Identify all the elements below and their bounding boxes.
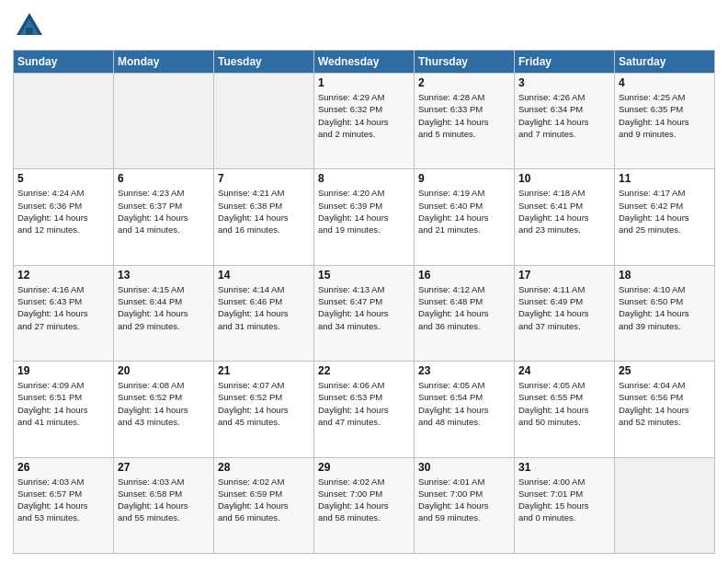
day-cell: 26Sunrise: 4:03 AM Sunset: 6:57 PM Dayli… <box>14 457 114 553</box>
cell-info: Sunrise: 4:02 AM Sunset: 6:59 PM Dayligh… <box>218 476 310 524</box>
day-number: 26 <box>17 461 109 474</box>
cell-info: Sunrise: 4:23 AM Sunset: 6:37 PM Dayligh… <box>118 187 210 236</box>
cell-info: Sunrise: 4:19 AM Sunset: 6:40 PM Dayligh… <box>418 187 510 236</box>
day-cell: 4Sunrise: 4:25 AM Sunset: 6:35 PM Daylig… <box>615 74 715 169</box>
day-cell: 21Sunrise: 4:07 AM Sunset: 6:52 PM Dayli… <box>214 362 314 457</box>
cell-info: Sunrise: 4:04 AM Sunset: 6:56 PM Dayligh… <box>619 379 711 428</box>
cell-info: Sunrise: 4:05 AM Sunset: 6:54 PM Dayligh… <box>418 379 510 428</box>
cell-info: Sunrise: 4:05 AM Sunset: 6:55 PM Dayligh… <box>518 379 610 428</box>
day-cell: 24Sunrise: 4:05 AM Sunset: 6:55 PM Dayli… <box>515 362 615 457</box>
header-cell-saturday: Saturday <box>615 51 715 74</box>
header-row: SundayMondayTuesdayWednesdayThursdayFrid… <box>14 51 715 74</box>
cell-info: Sunrise: 4:26 AM Sunset: 6:34 PM Dayligh… <box>518 91 610 140</box>
day-number: 2 <box>418 76 510 89</box>
week-row-1: 1Sunrise: 4:29 AM Sunset: 6:32 PM Daylig… <box>14 74 715 169</box>
day-number: 9 <box>418 172 510 185</box>
cell-info: Sunrise: 4:15 AM Sunset: 6:44 PM Dayligh… <box>118 283 210 332</box>
day-cell <box>615 457 715 553</box>
day-cell: 17Sunrise: 4:11 AM Sunset: 6:49 PM Dayli… <box>515 265 615 361</box>
cell-info: Sunrise: 4:03 AM Sunset: 6:58 PM Dayligh… <box>118 476 210 524</box>
day-number: 25 <box>619 364 711 377</box>
day-number: 29 <box>318 461 410 474</box>
day-cell: 6Sunrise: 4:23 AM Sunset: 6:37 PM Daylig… <box>114 169 214 265</box>
cell-info: Sunrise: 4:20 AM Sunset: 6:39 PM Dayligh… <box>318 187 410 236</box>
day-number: 23 <box>418 364 510 377</box>
day-cell: 9Sunrise: 4:19 AM Sunset: 6:40 PM Daylig… <box>415 169 515 265</box>
day-number: 13 <box>118 269 210 282</box>
day-number: 17 <box>518 269 610 282</box>
day-cell: 23Sunrise: 4:05 AM Sunset: 6:54 PM Dayli… <box>415 362 515 457</box>
header-cell-tuesday: Tuesday <box>214 51 314 74</box>
cell-info: Sunrise: 4:09 AM Sunset: 6:51 PM Dayligh… <box>17 379 109 428</box>
cell-info: Sunrise: 4:25 AM Sunset: 6:35 PM Dayligh… <box>619 91 711 140</box>
header-cell-sunday: Sunday <box>14 51 114 74</box>
day-number: 5 <box>17 172 109 185</box>
svg-rect-2 <box>26 28 33 35</box>
day-cell: 5Sunrise: 4:24 AM Sunset: 6:36 PM Daylig… <box>14 169 114 265</box>
day-cell: 11Sunrise: 4:17 AM Sunset: 6:42 PM Dayli… <box>615 169 715 265</box>
week-row-4: 19Sunrise: 4:09 AM Sunset: 6:51 PM Dayli… <box>14 362 715 457</box>
day-number: 8 <box>318 172 410 185</box>
day-cell: 7Sunrise: 4:21 AM Sunset: 6:38 PM Daylig… <box>214 169 314 265</box>
page: SundayMondayTuesdayWednesdayThursdayFrid… <box>0 0 728 563</box>
day-cell: 13Sunrise: 4:15 AM Sunset: 6:44 PM Dayli… <box>114 265 214 361</box>
week-row-5: 26Sunrise: 4:03 AM Sunset: 6:57 PM Dayli… <box>14 457 715 553</box>
day-number: 4 <box>619 76 711 89</box>
day-cell: 27Sunrise: 4:03 AM Sunset: 6:58 PM Dayli… <box>114 457 214 553</box>
day-cell <box>214 74 314 169</box>
day-cell: 3Sunrise: 4:26 AM Sunset: 6:34 PM Daylig… <box>515 74 615 169</box>
day-cell: 22Sunrise: 4:06 AM Sunset: 6:53 PM Dayli… <box>314 362 415 457</box>
day-cell: 14Sunrise: 4:14 AM Sunset: 6:46 PM Dayli… <box>214 265 314 361</box>
calendar-table: SundayMondayTuesdayWednesdayThursdayFrid… <box>13 50 715 554</box>
cell-info: Sunrise: 4:06 AM Sunset: 6:53 PM Dayligh… <box>318 379 410 428</box>
day-cell: 8Sunrise: 4:20 AM Sunset: 6:39 PM Daylig… <box>314 169 415 265</box>
header <box>13 9 715 42</box>
logo <box>13 9 50 42</box>
day-number: 10 <box>518 172 610 185</box>
cell-info: Sunrise: 4:21 AM Sunset: 6:38 PM Dayligh… <box>218 187 310 236</box>
day-cell: 19Sunrise: 4:09 AM Sunset: 6:51 PM Dayli… <box>14 362 114 457</box>
day-cell: 30Sunrise: 4:01 AM Sunset: 7:00 PM Dayli… <box>415 457 515 553</box>
day-cell <box>14 74 114 169</box>
day-cell: 31Sunrise: 4:00 AM Sunset: 7:01 PM Dayli… <box>515 457 615 553</box>
week-row-2: 5Sunrise: 4:24 AM Sunset: 6:36 PM Daylig… <box>14 169 715 265</box>
day-number: 11 <box>619 172 711 185</box>
cell-info: Sunrise: 4:24 AM Sunset: 6:36 PM Dayligh… <box>17 187 109 236</box>
logo-icon <box>13 9 46 42</box>
day-cell: 16Sunrise: 4:12 AM Sunset: 6:48 PM Dayli… <box>415 265 515 361</box>
day-number: 6 <box>118 172 210 185</box>
day-number: 30 <box>418 461 510 474</box>
day-number: 1 <box>318 76 410 89</box>
header-cell-thursday: Thursday <box>415 51 515 74</box>
cell-info: Sunrise: 4:08 AM Sunset: 6:52 PM Dayligh… <box>118 379 210 428</box>
header-cell-monday: Monday <box>114 51 214 74</box>
cell-info: Sunrise: 4:11 AM Sunset: 6:49 PM Dayligh… <box>518 283 610 332</box>
day-number: 27 <box>118 461 210 474</box>
cell-info: Sunrise: 4:29 AM Sunset: 6:32 PM Dayligh… <box>318 91 410 140</box>
day-cell <box>114 74 214 169</box>
day-cell: 25Sunrise: 4:04 AM Sunset: 6:56 PM Dayli… <box>615 362 715 457</box>
cell-info: Sunrise: 4:07 AM Sunset: 6:52 PM Dayligh… <box>218 379 310 428</box>
day-cell: 18Sunrise: 4:10 AM Sunset: 6:50 PM Dayli… <box>615 265 715 361</box>
day-number: 20 <box>118 364 210 377</box>
cell-info: Sunrise: 4:10 AM Sunset: 6:50 PM Dayligh… <box>619 283 711 332</box>
cell-info: Sunrise: 4:17 AM Sunset: 6:42 PM Dayligh… <box>619 187 711 236</box>
day-cell: 20Sunrise: 4:08 AM Sunset: 6:52 PM Dayli… <box>114 362 214 457</box>
header-cell-friday: Friday <box>515 51 615 74</box>
day-cell: 10Sunrise: 4:18 AM Sunset: 6:41 PM Dayli… <box>515 169 615 265</box>
cell-info: Sunrise: 4:28 AM Sunset: 6:33 PM Dayligh… <box>418 91 510 140</box>
cell-info: Sunrise: 4:02 AM Sunset: 7:00 PM Dayligh… <box>318 476 410 524</box>
cell-info: Sunrise: 4:12 AM Sunset: 6:48 PM Dayligh… <box>418 283 510 332</box>
day-cell: 1Sunrise: 4:29 AM Sunset: 6:32 PM Daylig… <box>314 74 415 169</box>
cell-info: Sunrise: 4:03 AM Sunset: 6:57 PM Dayligh… <box>17 476 109 524</box>
day-number: 14 <box>218 269 310 282</box>
day-cell: 2Sunrise: 4:28 AM Sunset: 6:33 PM Daylig… <box>415 74 515 169</box>
day-cell: 28Sunrise: 4:02 AM Sunset: 6:59 PM Dayli… <box>214 457 314 553</box>
cell-info: Sunrise: 4:18 AM Sunset: 6:41 PM Dayligh… <box>518 187 610 236</box>
day-cell: 15Sunrise: 4:13 AM Sunset: 6:47 PM Dayli… <box>314 265 415 361</box>
cell-info: Sunrise: 4:13 AM Sunset: 6:47 PM Dayligh… <box>318 283 410 332</box>
cell-info: Sunrise: 4:00 AM Sunset: 7:01 PM Dayligh… <box>518 476 610 524</box>
day-number: 28 <box>218 461 310 474</box>
day-number: 3 <box>518 76 610 89</box>
day-number: 31 <box>518 461 610 474</box>
